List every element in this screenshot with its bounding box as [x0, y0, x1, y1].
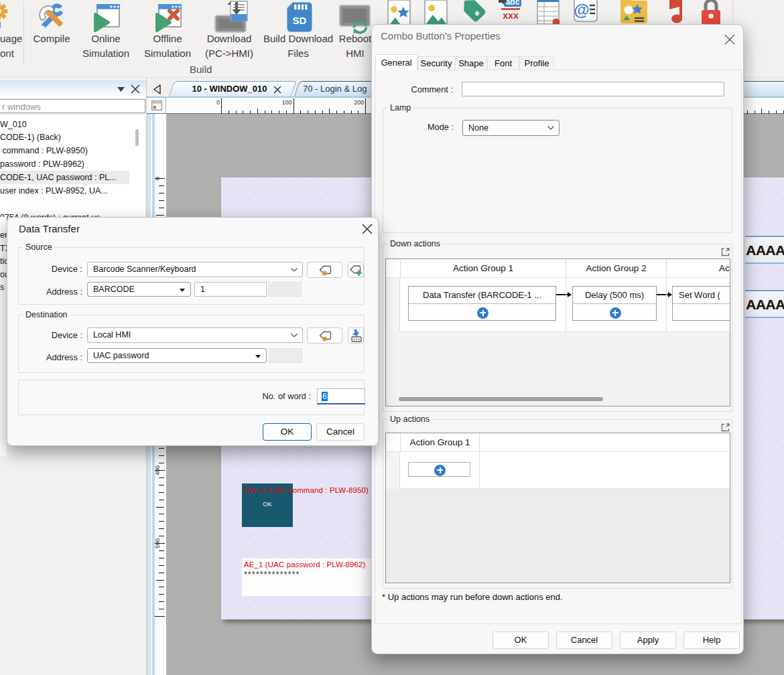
dialog-close-icon[interactable] — [361, 222, 374, 236]
help-button[interactable]: Help — [683, 631, 740, 649]
source-device-select[interactable]: Barcode Scanner/Keyboard — [87, 262, 303, 277]
down-actions-header-1: Action Group 1 — [400, 259, 566, 278]
ribbon-group-label: Build — [190, 64, 212, 75]
tab-security[interactable]: Security — [417, 56, 455, 70]
panel-menu-dropdown-icon[interactable] — [117, 87, 125, 92]
dialog-close-icon[interactable] — [723, 33, 736, 46]
groupbox-label: Down actions — [387, 239, 443, 248]
at-glyph: @ — [574, 1, 589, 19]
source-address-label: Address : — [46, 287, 82, 297]
group-library-icon[interactable] — [620, 0, 648, 25]
mode-label: Mode : — [428, 122, 454, 132]
tree-item[interactable]: command : PLW-8950) — [0, 144, 145, 157]
panel-scrollbar-thumb[interactable] — [135, 129, 139, 146]
h-ruler-tick — [329, 108, 330, 114]
up-actions-table[interactable]: Action Group 1 — [385, 433, 730, 583]
password-lock-icon[interactable] — [701, 0, 721, 25]
source-address-type-select[interactable]: BARCODE — [87, 282, 191, 297]
up-action-add-card[interactable] — [408, 462, 470, 477]
object-text: ************** — [244, 570, 300, 579]
apply-button[interactable]: Apply — [620, 631, 676, 649]
tree-item[interactable]: CODE-1, UAC password : PL... — [0, 171, 129, 184]
v-ruler-tick — [159, 500, 164, 500]
tree-item[interactable]: user index : PLW-8952, UA... — [0, 184, 145, 198]
tree-item[interactable]: password : PLW-8962) — [0, 157, 145, 171]
cancel-button[interactable]: Cancel — [316, 423, 365, 441]
destination-device-select[interactable]: Local HMI — [87, 327, 303, 343]
v-ruler-tick — [156, 507, 164, 508]
object-ascii-band-2[interactable]: AAAAAA — [745, 290, 784, 318]
v-ruler-tick — [156, 215, 164, 216]
tab-close-icon[interactable] — [274, 86, 281, 93]
up-actions-header-1: Action Group 1 — [400, 433, 479, 452]
combo-button-properties-dialog: Combo Button's Properties General Securi… — [371, 24, 744, 654]
icon-graphic — [38, 2, 66, 31]
destination-address-type-select[interactable]: UAC password — [87, 348, 267, 363]
object-sw0-button[interactable]: SW_0 (UAC command : PLW-8950) OK — [242, 483, 293, 527]
add-action-icon[interactable] — [434, 465, 446, 476]
action-card-set-word[interactable]: Set Word ( — [672, 286, 730, 321]
down-actions-table[interactable]: Action Group 1 Action Group 2 Action Gro… — [385, 258, 730, 406]
ok-button[interactable]: OK — [263, 423, 312, 441]
down-actions-expand-icon[interactable] — [720, 247, 730, 257]
destination-tag-settings-button[interactable] — [307, 327, 342, 344]
source-new-tag-button[interactable] — [348, 262, 364, 278]
v-ruler-number: 0 — [154, 165, 163, 192]
icon-graphic — [665, 0, 685, 25]
tree-item[interactable]: W_010 — [0, 118, 145, 131]
v-ruler-tick — [159, 492, 164, 493]
tree-item[interactable] — [0, 198, 145, 211]
destination-keypad-button[interactable] — [348, 327, 364, 344]
tab-shape[interactable]: Shape — [455, 56, 487, 70]
up-actions-note: * Up actions may run before down actions… — [382, 592, 563, 602]
h-ruler-tick — [293, 98, 294, 114]
filter-windows-input[interactable]: r windows — [0, 99, 145, 113]
destination-groupbox: Destination Device : Local HMI Address :… — [18, 315, 365, 373]
action-card-caption: Data Transfer (BARCODE-1 ... — [409, 287, 556, 304]
tree-item[interactable]: CODE-1) (Back) — [0, 131, 145, 144]
address-tag-library-icon[interactable]: @ — [574, 0, 598, 25]
label-table-icon[interactable] — [536, 0, 560, 25]
add-action-icon[interactable] — [610, 307, 621, 319]
tag-library-icon[interactable] — [461, 0, 485, 25]
ok-button[interactable]: OK — [493, 631, 549, 649]
sound-library-icon[interactable] — [665, 0, 685, 25]
label-library-icon[interactable]: abc xxx — [499, 0, 523, 25]
icon-graphic — [155, 3, 183, 31]
tab-profile[interactable]: Profile — [519, 56, 554, 70]
panel-close-icon[interactable] — [131, 85, 139, 93]
source-tag-settings-button[interactable] — [307, 262, 342, 278]
image-library-icon[interactable] — [424, 0, 448, 25]
icon-graphic — [387, 0, 411, 25]
picture-library-icon[interactable] — [387, 0, 411, 25]
no-of-word-input[interactable]: 6 — [317, 388, 365, 404]
destination-address-extra-box — [269, 348, 302, 363]
source-address-input[interactable]: 1 — [194, 282, 267, 297]
tab-font[interactable]: Font — [487, 56, 519, 70]
comment-input[interactable] — [462, 82, 724, 96]
combo-value: None — [468, 123, 488, 133]
lamp-mode-select[interactable]: None — [462, 120, 560, 136]
cancel-button[interactable]: Cancel — [556, 631, 612, 649]
dialog-title: Combo Button's Properties — [381, 30, 501, 42]
combo-value: Barcode Scanner/Keyboard — [93, 265, 196, 274]
up-actions-expand-icon[interactable] — [720, 423, 730, 433]
action-card-data-transfer[interactable]: Data Transfer (BARCODE-1 ... — [408, 286, 556, 321]
combo-value: BARCODE — [93, 285, 135, 294]
action-card-caption: Delay (500 ms) — [573, 287, 656, 304]
destination-address-label: Address : — [46, 352, 82, 362]
tab-general[interactable]: General — [375, 54, 417, 70]
down-actions-hscrollbar[interactable] — [399, 397, 603, 401]
tab-scroll-left-icon[interactable] — [153, 84, 161, 94]
object-ascii-band-1[interactable]: AAAAAA — [745, 236, 784, 264]
icon-graphic — [461, 0, 485, 25]
object-label: SW_0 (UAC command : PLW-8950) — [244, 486, 369, 494]
action-card-delay[interactable]: Delay (500 ms) — [572, 286, 657, 321]
add-action-icon[interactable] — [477, 307, 488, 319]
v-ruler-tick — [159, 514, 164, 514]
tab-window-010[interactable]: 10 - WINDOW_010 — [168, 81, 291, 98]
v-ruler-tick — [159, 587, 164, 587]
dropdown-arrow-icon — [255, 355, 261, 358]
lamp-groupbox: Lamp Mode : None — [383, 108, 732, 233]
v-ruler-tick — [159, 558, 164, 558]
